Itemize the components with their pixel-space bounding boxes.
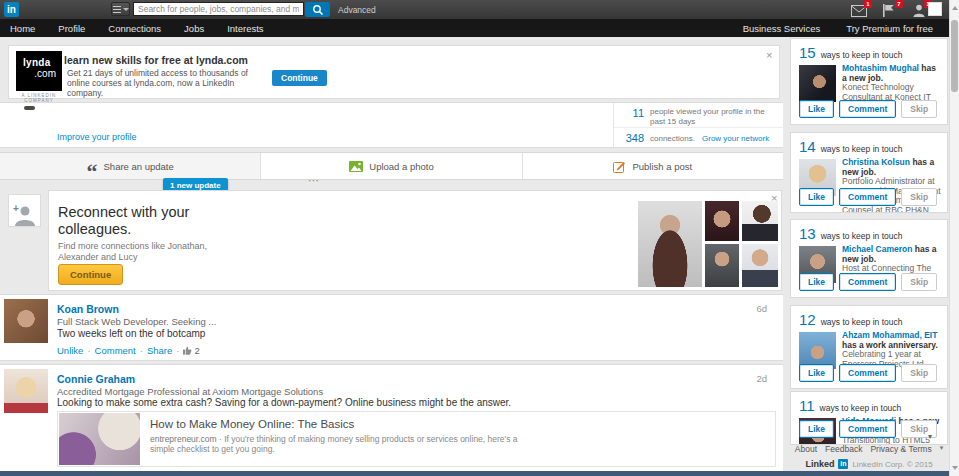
footer-feedback-link[interactable]: Feedback [825,444,862,454]
comment-button[interactable]: Comment [839,100,896,118]
comment-link[interactable]: Comment [95,345,136,356]
upload-photo-button[interactable]: Upload a photo [261,153,522,179]
collapse-caret-icon[interactable]: ▾ [928,432,932,441]
post-actions: Unlike· Comment· Share· 2 [57,345,200,356]
footer-links: About Feedback Privacy & Terms ▾ [790,444,948,454]
avatar[interactable] [4,299,48,343]
banner-close-icon[interactable]: × [766,50,772,61]
keep-in-touch-card: 15ways to keep in touch Mohtashim Mughal… [790,38,948,125]
profile-photo-menu[interactable] [928,2,942,16]
suggested-connection-photo[interactable] [742,201,778,241]
share-update-label: Share an update [104,161,174,172]
nav-business-services[interactable]: Business Services [743,23,821,34]
comment-button[interactable]: Comment [839,364,896,382]
notifications-icon-button[interactable]: 7 [882,3,899,16]
page-scrollbar[interactable] [949,0,959,476]
nav-profile[interactable]: Profile [58,23,85,34]
avatar[interactable] [4,369,48,413]
footer-about-link[interactable]: About [795,444,817,454]
primary-nav: Home Profile Connections Jobs Interests [0,23,264,34]
scroll-down-arrow[interactable] [952,466,958,470]
article-title[interactable]: How to Make Money Online: The Basics [150,418,354,430]
quote-icon: “ [87,169,98,175]
reconnect-continue-button[interactable]: Continue [58,264,123,285]
card-actions: Like Comment Skip [799,100,937,118]
unlike-link[interactable]: Unlike [57,345,83,356]
like-button[interactable]: Like [799,364,834,382]
skip-button[interactable]: Skip [901,100,937,118]
person-name-link[interactable]: Michael Cameron [842,244,912,254]
card-header: 11ways to keep in touch [799,397,901,415]
share-update-button[interactable]: “ Share an update [0,153,261,179]
feed-post: Connie Graham Accredited Mortgage Profes… [0,364,783,476]
publish-post-button[interactable]: Publish a post [523,153,783,179]
share-link[interactable]: Share [147,345,172,356]
reconnect-body: Find more connections like Jonathan, Ale… [58,241,207,262]
post-author-headline: Accredited Mortgage Professional at Axio… [57,386,323,397]
comment-button[interactable]: Comment [839,188,896,206]
search-icon [312,4,324,16]
footer-privacy-link[interactable]: Privacy & Terms [870,444,931,454]
post-body: Two weeks left on the of botcamp [57,328,205,339]
avatar[interactable] [799,65,836,102]
feed-overflow-dots-icon[interactable]: ⋯ [308,174,320,187]
nav-jobs[interactable]: Jobs [184,23,204,34]
add-connections-icon-button[interactable]: 1 [911,3,928,16]
banner-continue-button[interactable]: Continue [272,70,327,86]
comment-button[interactable]: Comment [839,420,896,438]
grow-network-link[interactable]: Grow your network [702,134,769,143]
scrollbar-thumb[interactable] [951,20,958,92]
person-name-link[interactable]: Ahzam Mohammad, EIT [842,330,937,340]
profile-views-count[interactable]: 11 [618,107,644,119]
stats-divider [614,127,784,128]
nav-try-premium[interactable]: Try Premium for free [846,23,933,34]
person-name-link[interactable]: Mohtashim Mughal [842,63,919,73]
nav-interests[interactable]: Interests [227,23,263,34]
skip-button[interactable]: Skip [901,364,937,382]
suggested-connection-photo[interactable] [638,201,702,287]
dot-separator: · [140,345,143,356]
skip-button[interactable]: Skip [901,188,937,206]
card-title: ways to keep in touch [820,403,902,413]
comment-button[interactable]: Comment [839,273,896,291]
card-actions: Like Comment Skip [799,188,937,206]
search-input[interactable] [133,2,304,16]
search-button[interactable] [305,2,330,17]
like-count[interactable]: 2 [183,345,199,356]
nav-home[interactable]: Home [10,23,35,34]
main-nav-bar: Home Profile Connections Jobs Interests … [0,19,949,37]
like-button[interactable]: Like [799,100,834,118]
like-button[interactable]: Like [799,273,834,291]
keep-in-touch-card: 13ways to keep in touch Michael Cameron … [790,219,948,298]
post-author-name[interactable]: Connie Graham [57,373,135,385]
reconnect-close-icon[interactable]: × [771,193,777,204]
dot-separator: · [176,345,179,356]
scroll-up-arrow[interactable] [952,6,958,10]
connections-count[interactable]: 348 [616,132,644,144]
footer-caret-icon[interactable]: ▾ [940,444,944,454]
advanced-search-link[interactable]: Advanced [338,5,376,15]
skip-button[interactable]: Skip [901,273,937,291]
banner-body: Get 21 days of unlimited access to thous… [67,68,251,98]
linkedin-logo[interactable]: in [4,2,19,17]
card-count: 13 [799,225,816,242]
post-author-name[interactable]: Koan Brown [57,303,119,315]
nav-connections[interactable]: Connections [108,23,161,34]
messages-icon-button[interactable]: 1 [851,3,868,16]
improve-profile-link[interactable]: Improve your profile [57,132,137,142]
secondary-nav: Business Services Try Premium for free [743,23,949,34]
pencil-icon [613,160,626,173]
search-category-dropdown[interactable] [111,2,130,16]
add-photo-avatar[interactable]: + [8,194,41,227]
card-title: ways to keep in touch [821,317,903,327]
suggested-connection-photo[interactable] [705,201,739,241]
thumb-up-icon [183,346,192,355]
person-name-link[interactable]: Christina Kolsun [842,157,910,167]
like-button[interactable]: Like [799,188,834,206]
shared-article-card[interactable]: How to Make Money Online: The Basics ent… [57,411,776,467]
suggested-connection-photo[interactable] [705,244,739,287]
suggested-connection-photo[interactable] [742,244,778,287]
card-header: 12ways to keep in touch [799,311,902,329]
profile-summary-card: Improve your profile 11 people viewed yo… [0,102,783,148]
like-button[interactable]: Like [799,420,834,438]
